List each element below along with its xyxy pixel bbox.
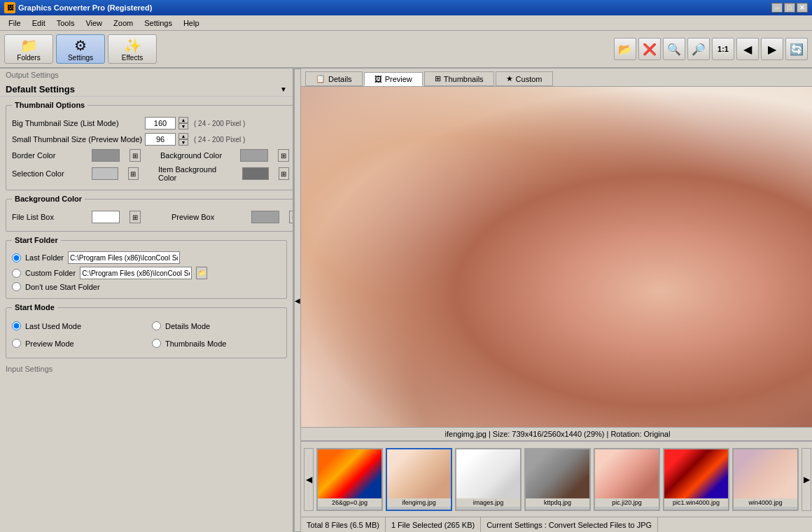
selection-color-label: Selection Color bbox=[12, 169, 82, 178]
item-bg-color-picker[interactable]: ⊞ bbox=[279, 167, 289, 180]
big-thumb-up[interactable]: ▲ bbox=[178, 117, 188, 123]
tab-details[interactable]: 📋 Details bbox=[305, 71, 363, 86]
border-color-swatch[interactable] bbox=[92, 149, 120, 162]
thumbnails-tab-icon: ⊞ bbox=[435, 74, 441, 83]
thumbnails-mode-radio[interactable] bbox=[152, 339, 161, 348]
status-total-files: Total 8 Files (6.5 MB) bbox=[301, 517, 386, 532]
item-bg-color-swatch[interactable] bbox=[242, 167, 269, 180]
no-start-folder-row: Don't use Start Folder bbox=[12, 282, 281, 291]
selection-color-swatch[interactable] bbox=[92, 167, 118, 180]
small-thumb-up[interactable]: ▲ bbox=[178, 133, 188, 139]
thumb-scroll-left[interactable]: ◀ bbox=[304, 448, 314, 511]
next-btn[interactable]: ▶ bbox=[761, 38, 783, 60]
view-tabs-container: 📋 Details 🖼 Preview ⊞ Thumbnails ★ Custo… bbox=[301, 69, 812, 87]
settings-icon: ⚙ bbox=[74, 37, 87, 54]
minimize-button[interactable]: ─ bbox=[771, 3, 783, 13]
details-mode-label: Details Mode bbox=[165, 322, 210, 330]
thumbnail-strip: ◀ 26&gp=0.jpg ifengimg.jpg images.jpg bbox=[301, 441, 812, 517]
menu-file[interactable]: File bbox=[3, 18, 27, 29]
tab-preview[interactable]: 🖼 Preview bbox=[364, 72, 423, 86]
zoom-original-btn[interactable]: 1:1 bbox=[712, 38, 734, 60]
thumbnail-item[interactable]: ifengimg.jpg bbox=[386, 448, 452, 511]
start-mode-grid: Last Used Mode Details Mode Preview Mode… bbox=[12, 318, 281, 351]
file-list-label: File List Box bbox=[12, 213, 82, 221]
custom-folder-path[interactable] bbox=[80, 267, 192, 279]
thumb-image bbox=[318, 449, 382, 498]
folders-icon: 📁 bbox=[20, 37, 38, 54]
big-thumb-down[interactable]: ▼ bbox=[178, 123, 188, 130]
last-folder-row: Last Folder bbox=[12, 251, 281, 264]
open-folder-btn[interactable]: 📂 bbox=[614, 38, 636, 60]
menu-settings[interactable]: Settings bbox=[139, 18, 178, 29]
preview-area bbox=[301, 87, 812, 427]
left-panel: Output Settings Default Settings ▼ Thumb… bbox=[0, 69, 294, 532]
last-folder-radio[interactable] bbox=[12, 253, 21, 262]
effects-button[interactable]: ✨ Effects bbox=[108, 34, 157, 64]
preview-box-swatch[interactable] bbox=[251, 211, 279, 223]
thumb-scroll-right[interactable]: ▶ bbox=[802, 448, 811, 511]
tab-custom[interactable]: ★ Custom bbox=[496, 71, 553, 86]
file-list-picker[interactable]: ⊞ bbox=[130, 211, 141, 223]
dropdown-arrow[interactable]: ▼ bbox=[280, 85, 287, 93]
small-thumb-down[interactable]: ▼ bbox=[178, 139, 188, 146]
file-list-swatch[interactable] bbox=[92, 211, 120, 223]
titlebar: 🖼 Graphics Converter Pro (Registered) ─ … bbox=[0, 0, 812, 15]
preview-tab-label: Preview bbox=[385, 75, 412, 83]
thumbnail-item[interactable]: win4000.jpg bbox=[732, 448, 799, 511]
menu-zoom[interactable]: Zoom bbox=[108, 18, 139, 29]
thumb-image bbox=[734, 449, 797, 498]
selection-color-picker[interactable]: ⊞ bbox=[128, 167, 139, 180]
small-thumb-row: Small Thumbnail Size (Preview Mode) ▲ ▼ … bbox=[12, 133, 289, 146]
menu-help[interactable]: Help bbox=[178, 18, 205, 29]
zoom-out-btn[interactable]: 🔎 bbox=[687, 38, 710, 60]
status-settings: Current Settings : Convert Selected File… bbox=[481, 517, 658, 532]
thumb-label: ifengimg.jpg bbox=[387, 498, 451, 507]
tab-thumbnails[interactable]: ⊞ Thumbnails bbox=[424, 71, 494, 86]
menu-edit[interactable]: Edit bbox=[27, 18, 51, 29]
no-start-folder-radio[interactable] bbox=[12, 282, 21, 291]
thumbnail-item[interactable]: kttpdq.jpg bbox=[524, 448, 591, 511]
last-used-radio[interactable] bbox=[12, 321, 21, 330]
thumb-image bbox=[664, 449, 728, 498]
prev-btn[interactable]: ◀ bbox=[736, 38, 759, 60]
details-mode-radio[interactable] bbox=[152, 321, 161, 330]
big-thumb-input[interactable] bbox=[145, 117, 176, 130]
maximize-button[interactable]: □ bbox=[784, 3, 795, 13]
border-color-label: Border Color bbox=[12, 151, 82, 160]
thumb-label: images.jpg bbox=[456, 498, 520, 507]
slideshow-btn[interactable]: 🔄 bbox=[785, 38, 808, 60]
small-thumb-spinner: ▲ ▼ bbox=[178, 133, 188, 146]
menu-view[interactable]: View bbox=[80, 18, 108, 29]
menu-tools[interactable]: Tools bbox=[51, 18, 80, 29]
no-start-folder-label: Don't use Start Folder bbox=[25, 283, 100, 291]
thumbnail-options-group: Thumbnail Options Big Thumbnail Size (Li… bbox=[6, 101, 294, 190]
bg-color-picker[interactable]: ⊞ bbox=[278, 149, 289, 162]
thumbnail-item[interactable]: pic1.win4000.jpg bbox=[663, 448, 729, 511]
delete-btn[interactable]: ❌ bbox=[638, 38, 661, 60]
last-folder-path[interactable] bbox=[68, 251, 180, 264]
browse-button[interactable]: 📁 bbox=[196, 267, 207, 279]
effects-icon: ✨ bbox=[124, 37, 141, 54]
thumbnails-container: 26&gp=0.jpg ifengimg.jpg images.jpg kttp… bbox=[314, 448, 802, 511]
custom-folder-label: Custom Folder bbox=[25, 269, 76, 277]
thumbnail-item[interactable]: 26&gp=0.jpg bbox=[316, 448, 383, 511]
close-button[interactable]: ✕ bbox=[797, 3, 808, 13]
preview-box-picker[interactable]: ⊞ bbox=[289, 211, 294, 223]
custom-folder-radio[interactable] bbox=[12, 269, 21, 278]
start-folder-group: Start Folder Last Folder Custom Folder 📁… bbox=[6, 236, 287, 299]
small-thumb-input[interactable] bbox=[145, 133, 176, 146]
last-used-label: Last Used Mode bbox=[25, 322, 81, 330]
right-panel: 📋 Details 🖼 Preview ⊞ Thumbnails ★ Custo… bbox=[301, 69, 812, 532]
zoom-in-btn[interactable]: 🔍 bbox=[663, 38, 685, 60]
bg-color-swatch[interactable] bbox=[240, 149, 268, 162]
panel-collapse-btn[interactable]: ◀ bbox=[294, 69, 301, 532]
menubar: File Edit Tools View Zoom Settings Help bbox=[0, 15, 812, 31]
details-tab-label: Details bbox=[328, 75, 352, 83]
folders-button[interactable]: 📁 Folders bbox=[4, 34, 53, 64]
settings-button[interactable]: ⚙ Settings bbox=[56, 34, 105, 64]
thumbnail-item[interactable]: images.jpg bbox=[455, 448, 522, 511]
thumbnail-options-legend: Thumbnail Options bbox=[12, 101, 88, 109]
thumbnail-item[interactable]: pic.ji20.jpg bbox=[594, 448, 660, 511]
border-color-picker[interactable]: ⊞ bbox=[130, 149, 141, 162]
preview-mode-radio[interactable] bbox=[12, 339, 21, 348]
